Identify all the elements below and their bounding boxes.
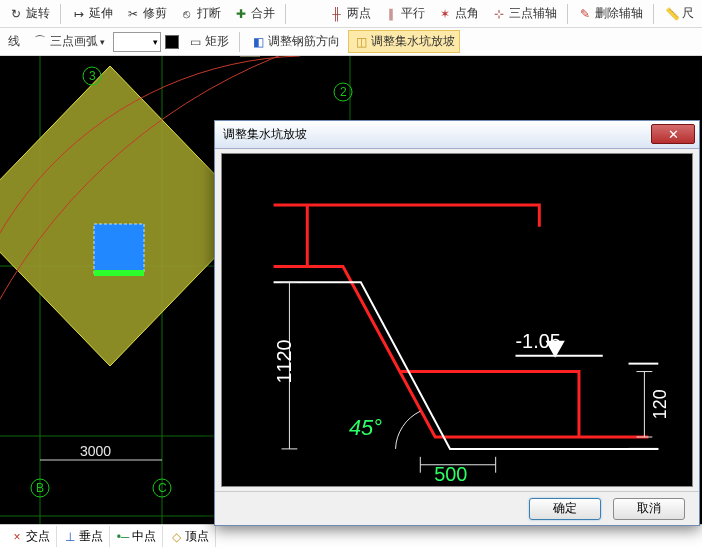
dialog-title-text: 调整集水坑放坡: [223, 126, 307, 143]
merge-label: 合并: [251, 5, 275, 22]
rotate-label: 旋转: [26, 5, 50, 22]
snap-mid-label: 中点: [132, 528, 156, 545]
angle-45: 45°: [349, 415, 382, 440]
ruler-icon: 📏: [664, 6, 680, 22]
cancel-button[interactable]: 取消: [613, 498, 685, 520]
arc-button[interactable]: ⌒ 三点画弧 ▾: [28, 31, 109, 52]
rect-label: 矩形: [205, 33, 229, 50]
toolbar-row-2: 线 ⌒ 三点画弧 ▾ ▾ ▭ 矩形 ◧ 调整钢筋方向 ◫ 调整集水坑放坡: [0, 28, 702, 56]
arc-icon: ⌒: [32, 34, 48, 50]
delete-aux-label: 删除辅轴: [595, 5, 643, 22]
snap-intersect-label: 交点: [26, 528, 50, 545]
adjust-rebar-button[interactable]: ◧ 调整钢筋方向: [246, 31, 344, 52]
svg-rect-8: [94, 270, 144, 276]
separator: [285, 4, 286, 24]
value-dropdown[interactable]: ▾: [113, 32, 161, 52]
chevron-down-icon: ▾: [100, 37, 105, 47]
elevation-label: -1.05: [516, 330, 561, 352]
three-point-aux-label: 三点辅轴: [509, 5, 557, 22]
trim-label: 修剪: [143, 5, 167, 22]
rect-icon: ▭: [187, 34, 203, 50]
dim-1120: 1120: [273, 339, 295, 383]
snap-mid[interactable]: •─ 中点: [110, 526, 163, 547]
ok-label: 确定: [553, 500, 577, 517]
break-button[interactable]: ⎋ 打断: [175, 3, 225, 24]
trim-icon: ✂: [125, 6, 141, 22]
two-point-button[interactable]: ╫ 两点: [325, 3, 375, 24]
parallel-icon: ∥: [383, 6, 399, 22]
dialog-titlebar[interactable]: 调整集水坑放坡 ✕: [215, 121, 699, 149]
node-2-label: 2: [340, 85, 347, 99]
three-point-aux-button[interactable]: ⊹ 三点辅轴: [487, 3, 561, 24]
close-button[interactable]: ✕: [651, 124, 695, 144]
direction-icon: ◧: [250, 34, 266, 50]
separator: [653, 4, 654, 24]
sump-slope-dialog: 调整集水坑放坡 ✕ 1120: [214, 120, 700, 526]
trim-button[interactable]: ✂ 修剪: [121, 3, 171, 24]
snap-bar: × 交点 ⊥ 垂点 •─ 中点 ◇ 顶点: [0, 524, 702, 548]
rotate-button[interactable]: ↻ 旋转: [4, 3, 54, 24]
intersect-icon: ×: [10, 530, 24, 544]
dialog-svg: 1120 500 45° -1.05: [222, 154, 692, 486]
two-point-icon: ╫: [329, 6, 345, 22]
dimension-3000: 3000: [80, 443, 111, 459]
close-icon: ✕: [668, 127, 679, 142]
merge-icon: ✚: [233, 6, 249, 22]
chevron-down-icon: ▾: [153, 37, 158, 47]
dim-500: 500: [434, 463, 467, 485]
line-button[interactable]: 线: [4, 31, 24, 52]
slope-icon: ◫: [353, 34, 369, 50]
node-3-label: 3: [89, 69, 96, 83]
extend-icon: ↦: [71, 6, 87, 22]
break-label: 打断: [197, 5, 221, 22]
rect-button[interactable]: ▭ 矩形: [183, 31, 233, 52]
delete-icon: ✎: [577, 6, 593, 22]
angle-icon: ✶: [437, 6, 453, 22]
adjust-rebar-label: 调整钢筋方向: [268, 33, 340, 50]
parallel-label: 平行: [401, 5, 425, 22]
adjust-sump-button[interactable]: ◫ 调整集水坑放坡: [348, 30, 460, 53]
separator: [60, 4, 61, 24]
rotate-icon: ↻: [8, 6, 24, 22]
ruler-label: 尺: [682, 5, 694, 22]
extend-button[interactable]: ↦ 延伸: [67, 3, 117, 24]
two-point-label: 两点: [347, 5, 371, 22]
separator: [567, 4, 568, 24]
adjust-sump-label: 调整集水坑放坡: [371, 33, 455, 50]
parallel-button[interactable]: ∥ 平行: [379, 3, 429, 24]
break-icon: ⎋: [179, 6, 195, 22]
snap-perp[interactable]: ⊥ 垂点: [57, 526, 110, 547]
color-swatch[interactable]: [165, 35, 179, 49]
snap-vertex-label: 顶点: [185, 528, 209, 545]
merge-button[interactable]: ✚ 合并: [229, 3, 279, 24]
separator: [239, 32, 240, 52]
perp-icon: ⊥: [63, 530, 77, 544]
node-c-label: C: [158, 481, 167, 495]
extend-label: 延伸: [89, 5, 113, 22]
mid-icon: •─: [116, 530, 130, 544]
three-point-icon: ⊹: [491, 6, 507, 22]
node-b-label: B: [36, 481, 44, 495]
dim-120: 120: [650, 389, 670, 419]
cancel-label: 取消: [637, 500, 661, 517]
point-angle-button[interactable]: ✶ 点角: [433, 3, 483, 24]
ok-button[interactable]: 确定: [529, 498, 601, 520]
snap-perp-label: 垂点: [79, 528, 103, 545]
line-label: 线: [8, 33, 20, 50]
arc-label: 三点画弧: [50, 33, 98, 50]
dialog-footer: 确定 取消: [215, 491, 699, 525]
vertex-icon: ◇: [169, 530, 183, 544]
svg-rect-7: [94, 224, 144, 274]
toolbar-row-1: ↻ 旋转 ↦ 延伸 ✂ 修剪 ⎋ 打断 ✚ 合并 ╫ 两点 ∥ 平行 ✶ 点角 …: [0, 0, 702, 28]
point-angle-label: 点角: [455, 5, 479, 22]
snap-intersect[interactable]: × 交点: [4, 526, 57, 547]
snap-vertex[interactable]: ◇ 顶点: [163, 526, 216, 547]
delete-aux-button[interactable]: ✎ 删除辅轴: [573, 3, 647, 24]
ruler-button[interactable]: 📏 尺: [660, 3, 698, 24]
dialog-drawing-area[interactable]: 1120 500 45° -1.05: [221, 153, 693, 487]
